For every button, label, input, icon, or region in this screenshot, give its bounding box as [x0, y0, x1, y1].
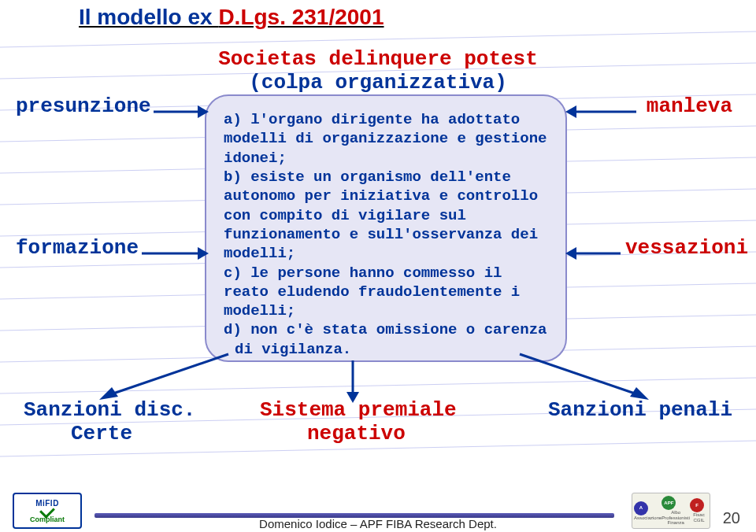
arrow-sanzioni-disc [94, 351, 236, 406]
subtitle-latin: Societas delinquere potest [218, 47, 538, 71]
logo-right-col2a: Albo [662, 510, 690, 515]
svg-marker-23 [99, 387, 118, 400]
logo-mifid-compliant: MiFID Compliant [13, 493, 82, 529]
label-formazione: formazione [16, 236, 139, 260]
label-sistema-premiale-2: negativo [307, 422, 406, 445]
box-item-a: a) l'organo dirigente ha adottato modell… [224, 110, 548, 168]
svg-marker-19 [565, 105, 576, 118]
label-manleva: manleva [647, 94, 732, 118]
label-presunzione: presunzione [16, 94, 151, 118]
svg-marker-25 [346, 392, 359, 403]
svg-line-26 [520, 354, 639, 395]
title-part-1: Il modello ex [79, 5, 218, 29]
subtitle-paren: (colpa organizzativa) [0, 71, 756, 94]
logo-right-col3: Fisac CGIL [690, 512, 708, 523]
arrow-sistema-premiale [343, 360, 362, 403]
arrow-presunzione [154, 102, 209, 121]
arrow-sanzioni-penali [512, 351, 654, 406]
badge-icon: F [690, 498, 704, 512]
box-item-b: b) esiste un organismo dell'ente autonom… [224, 168, 548, 264]
label-vessazioni: vessazioni [625, 236, 748, 260]
page-number: 20 [723, 509, 740, 527]
box-item-c: c) le persone hanno commesso il reato el… [224, 264, 548, 321]
arrow-manleva [565, 102, 636, 121]
page-title: Il modello ex D.Lgs. 231/2001 [79, 5, 384, 30]
logo-right-col2b: Professionisti [662, 515, 690, 521]
box-item-d: d) non c'è stata omissione o carenza di … [224, 320, 548, 359]
arrow-vessazioni [565, 244, 621, 263]
arrow-formazione [142, 244, 209, 263]
subtitle: Societas delinquere potest [0, 47, 756, 71]
central-box: a) l'organo dirigente ha adottato modell… [205, 94, 567, 362]
svg-marker-17 [198, 247, 209, 260]
label-certe: Certe [71, 422, 132, 445]
svg-marker-21 [565, 247, 576, 260]
title-part-2: D.Lgs. 231/2001 [218, 5, 384, 29]
logo-apf-fisac: A Associazione APF Albo Professionisti F… [632, 493, 710, 529]
logo-right-col2c: Finanza [662, 520, 690, 526]
badge-icon: A [634, 501, 648, 515]
logo-right-col1: Associazione [634, 515, 662, 521]
svg-marker-15 [198, 105, 209, 118]
svg-line-22 [109, 354, 228, 395]
svg-marker-27 [630, 387, 649, 400]
badge-icon: APF [662, 496, 676, 510]
